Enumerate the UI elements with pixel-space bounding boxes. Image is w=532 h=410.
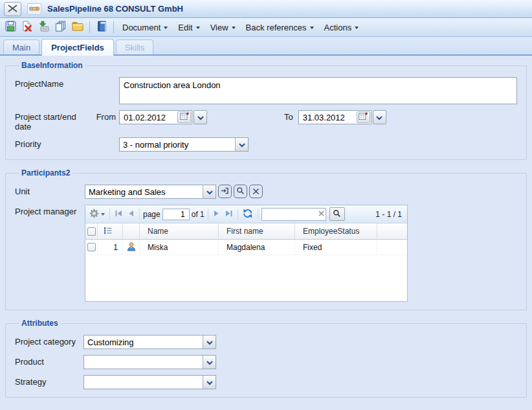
section-legend: Attributes	[19, 319, 61, 328]
to-date-dropdown-button[interactable]	[373, 110, 386, 124]
chevron-down-icon	[197, 111, 204, 123]
clear-icon	[252, 186, 260, 198]
first-page-icon	[115, 210, 123, 219]
unit-dropdown-button[interactable]	[203, 185, 216, 198]
grid-search-button[interactable]	[329, 207, 345, 221]
menu-view[interactable]: View	[206, 21, 240, 34]
chevron-down-icon	[206, 336, 213, 348]
unit-combobox[interactable]: Marketing and Sales	[85, 185, 216, 199]
unit-label: Unit	[15, 185, 85, 196]
page-of-label: of 1	[192, 210, 205, 219]
from-calendar-button[interactable]	[177, 111, 191, 123]
chevron-down-icon	[376, 111, 382, 123]
unit-clear-button[interactable]	[249, 185, 263, 198]
clear-search-icon[interactable]	[318, 211, 324, 216]
grid-search	[261, 208, 326, 221]
menu-label: Back references	[246, 23, 307, 32]
from-date-field[interactable]	[120, 111, 177, 124]
product-dropdown-button[interactable]	[203, 356, 216, 369]
table-row[interactable]: 1 Miska Magdalena Fixed	[85, 240, 407, 255]
grid-settings-button[interactable]	[88, 207, 106, 222]
column-header-name[interactable]: Name	[140, 223, 219, 239]
row-checkbox[interactable]	[87, 243, 96, 251]
strategy-row: Strategy	[15, 375, 517, 389]
menu-label: Edit	[178, 23, 192, 32]
menu-document[interactable]: Document	[118, 21, 172, 34]
page-number-input[interactable]	[162, 209, 190, 220]
strategy-combobox[interactable]	[83, 375, 216, 389]
page-label: page	[143, 210, 161, 219]
tab-skills: Skills	[116, 40, 153, 54]
column-header-filler	[377, 223, 407, 239]
cell-name: Miska	[140, 240, 219, 255]
priority-dropdown-button[interactable]	[235, 138, 248, 151]
menu-actions[interactable]: Actions	[320, 21, 364, 34]
product-value	[84, 356, 203, 369]
last-page-button[interactable]	[223, 209, 234, 220]
project-name-field[interactable]: Construction area London	[119, 77, 517, 104]
row-select-cell	[85, 240, 98, 255]
from-label: From	[96, 110, 116, 131]
refresh-button[interactable]	[241, 207, 254, 222]
unit-row: Unit Marketing and Sales	[15, 185, 517, 199]
project-category-row: Project category Customizing	[15, 335, 517, 349]
tab-main[interactable]: Main	[3, 40, 39, 54]
chevron-down-icon	[196, 27, 200, 31]
to-calendar-button[interactable]	[357, 111, 370, 123]
project-dates-row: Project start/end date From To	[15, 110, 517, 131]
menu-label: View	[210, 23, 228, 32]
refresh-icon	[243, 209, 253, 220]
unit-search-button[interactable]	[234, 185, 247, 198]
cell-employee-status: Fixed	[295, 240, 377, 255]
menu-label: Document	[122, 23, 161, 32]
copy-button[interactable]	[53, 20, 69, 35]
unit-open-record-button[interactable]	[218, 185, 232, 198]
project-category-dropdown-button[interactable]	[203, 336, 216, 348]
menu-label: Actions	[324, 23, 352, 32]
prev-page-button[interactable]	[126, 209, 136, 220]
to-label: To	[284, 110, 293, 122]
priority-value: 3 - normal priority	[120, 138, 235, 151]
from-date-dropdown-button[interactable]	[194, 110, 207, 124]
menu-edit[interactable]: Edit	[173, 21, 204, 34]
close-icon	[8, 3, 17, 15]
menu-back-references[interactable]: Back references	[241, 21, 318, 34]
calendar-icon	[359, 111, 368, 123]
toolbar-separator	[89, 21, 90, 33]
to-date-field[interactable]	[299, 111, 356, 124]
tab-projectfields[interactable]: ProjectFields	[41, 39, 114, 56]
delete-button[interactable]	[19, 20, 35, 35]
chevron-down-icon	[101, 213, 105, 218]
select-all-checkbox[interactable]	[87, 227, 96, 236]
first-page-button[interactable]	[113, 209, 124, 220]
chevron-down-icon	[164, 27, 168, 31]
cell-first-name: Magdalena	[219, 240, 295, 255]
handshake-icon	[27, 3, 41, 15]
save-icon	[5, 21, 16, 34]
type-icon-column-header[interactable]	[123, 223, 140, 239]
close-button[interactable]	[4, 2, 21, 16]
notebook-button[interactable]	[94, 20, 109, 35]
strategy-dropdown-button[interactable]	[203, 376, 216, 389]
open-folder-button[interactable]	[70, 20, 85, 35]
grid-search-input[interactable]	[261, 208, 326, 221]
import-button[interactable]	[36, 20, 52, 35]
project-name-label: ProjectName	[15, 77, 119, 89]
section-attributes: Attributes Project category Customizing …	[5, 319, 527, 398]
column-header-first-name[interactable]: First name	[219, 223, 295, 239]
project-category-combobox[interactable]: Customizing	[83, 335, 216, 349]
calendar-icon	[180, 111, 189, 123]
chevron-down-icon	[232, 27, 236, 31]
grid-toolbar-separator	[139, 209, 140, 220]
priority-combobox[interactable]: 3 - normal priority	[119, 137, 249, 152]
chevron-down-icon	[310, 27, 314, 31]
record-window: SalesPipeline 68 CONSULT GmbH Document E…	[0, 0, 532, 398]
save-button[interactable]	[3, 20, 18, 35]
next-page-button[interactable]	[212, 209, 221, 220]
row-number-column-header[interactable]	[98, 223, 123, 239]
column-header-employee-status[interactable]: EmployeeStatus	[295, 223, 377, 239]
cell-filler	[377, 240, 407, 255]
strategy-value	[84, 376, 203, 389]
product-combobox[interactable]	[83, 355, 216, 369]
grid-toolbar-separator	[238, 209, 238, 220]
